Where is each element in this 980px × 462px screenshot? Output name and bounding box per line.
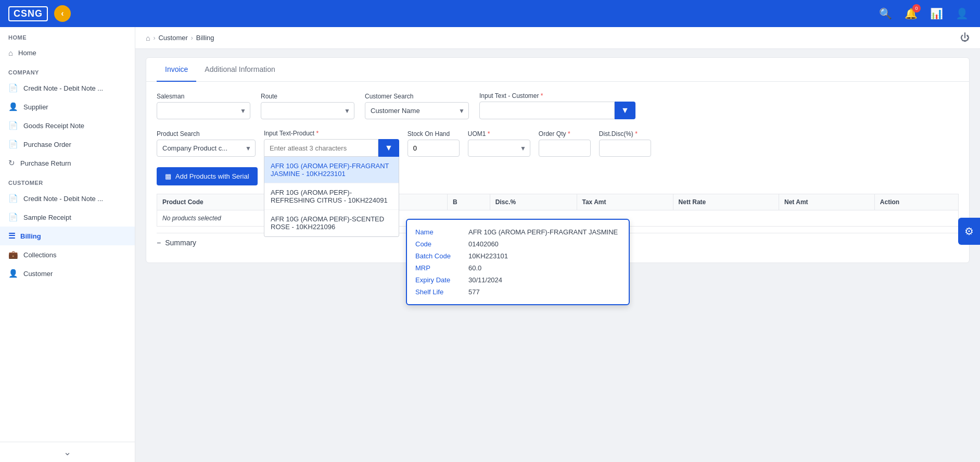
required-star-customer: * xyxy=(541,92,543,99)
person-icon-2: 👤 xyxy=(8,269,18,278)
tooltip-mrp-label: MRP xyxy=(415,264,462,272)
order-qty-label: Order Qty * xyxy=(539,130,591,138)
sidebar-toggle-button[interactable]: ‹ xyxy=(54,5,71,22)
salesman-select-wrap: ▼ xyxy=(157,102,250,119)
dist-disc-group: Dist.Disc(%) * xyxy=(599,130,651,157)
tooltip-expiry-value: 30/11/2024 xyxy=(468,276,502,284)
customer-search-select[interactable]: Customer Name xyxy=(365,102,469,119)
logo: CSNG xyxy=(8,6,48,21)
tooltip-name-row: Name AFR 10G (AROMA PERF)-FRAGRANT JASMI… xyxy=(415,228,620,236)
notification-icon[interactable]: 🔔 0 xyxy=(905,7,918,20)
uom1-group: UOM1 * ▼ xyxy=(468,130,530,157)
sidebar-item-sample-receipt[interactable]: 📄 Sample Receipt xyxy=(0,208,135,227)
summary-label: Summary xyxy=(165,239,196,247)
sidebar-section-company: COMPANY xyxy=(0,62,135,79)
uom1-select[interactable] xyxy=(468,140,530,157)
stock-on-hand-group: Stock On Hand xyxy=(408,130,460,157)
dist-disc-input[interactable] xyxy=(599,140,651,157)
dropdown-item-3[interactable]: AFR 10G (AROMA PERF)-SCENTED ROSE - 10KH… xyxy=(264,210,399,236)
uom1-label: UOM1 * xyxy=(468,130,530,138)
stock-on-hand-input[interactable] xyxy=(408,140,460,157)
salesman-group: Salesman ▼ xyxy=(157,93,250,119)
sidebar-section-home: HOME xyxy=(0,27,135,44)
route-group: Route ▼ xyxy=(261,93,354,119)
doc-icon-2: 📄 xyxy=(8,121,18,130)
tooltip-shelf-row: Shelf Life 577 xyxy=(415,288,620,296)
sidebar-credit-note-customer-label: Credit Note - Debit Note ... xyxy=(23,195,103,203)
product-input-with-btn: ▼ xyxy=(264,139,399,157)
col-tax-amt: Tax Amt xyxy=(577,194,673,210)
sidebar-item-collections[interactable]: 💼 Collections xyxy=(0,245,135,264)
customer-search-select-wrap: Customer Name ▼ xyxy=(365,102,469,119)
salesman-label: Salesman xyxy=(157,93,250,100)
tooltip-shelf-value: 577 xyxy=(468,288,480,296)
sidebar-item-billing[interactable]: ☰ Billing xyxy=(0,227,135,245)
sidebar-item-credit-note-company[interactable]: 📄 Credit Note - Debit Note ... xyxy=(0,79,135,97)
dist-disc-label: Dist.Disc(%) * xyxy=(599,130,651,138)
breadcrumb: ⌂ › Customer › Billing ⏻ xyxy=(135,27,980,49)
input-text-customer-field[interactable] xyxy=(479,102,615,119)
refresh-icon: ↻ xyxy=(8,158,15,168)
dropdown-item-2[interactable]: AFR 10G (AROMA PERF)-REFRESHING CITRUS -… xyxy=(264,183,399,210)
sidebar-item-home-label: Home xyxy=(18,49,36,57)
dropdown-item-1[interactable]: AFR 10G (AROMA PERF)-FRAGRANT JASMINE - … xyxy=(264,157,399,183)
settings-fab-button[interactable]: ⚙ xyxy=(958,218,980,245)
home-icon: ⌂ xyxy=(8,48,13,57)
sidebar-item-supplier[interactable]: 👤 Supplier xyxy=(0,97,135,116)
tooltip-batch-value: 10KH223101 xyxy=(468,252,508,260)
product-search-dropdown-button[interactable]: ▼ xyxy=(378,139,399,157)
stock-on-hand-label: Stock On Hand xyxy=(408,130,460,138)
input-text-product-group: Input Text-Product * ▼ AFR 10G (AROMA PE… xyxy=(264,130,399,157)
product-search-group: Product Search Company Product c... ▼ xyxy=(157,130,256,157)
sidebar-collapse-button[interactable]: ⌄ xyxy=(0,442,135,462)
col-net-amt: Net Amt xyxy=(779,194,875,210)
sidebar-item-customer[interactable]: 👤 Customer xyxy=(0,264,135,283)
user-icon[interactable]: 👤 xyxy=(956,7,969,20)
home-breadcrumb-icon[interactable]: ⌂ xyxy=(146,34,150,42)
salesman-select[interactable] xyxy=(157,102,250,119)
sidebar-credit-note-company-label: Credit Note - Debit Note ... xyxy=(23,84,103,92)
required-star-qty: * xyxy=(568,130,570,138)
analytics-icon[interactable]: 📊 xyxy=(930,7,943,20)
tooltip-expiry-label: Expiry Date xyxy=(415,276,462,284)
route-select[interactable] xyxy=(261,102,354,119)
tooltip-batch-row: Batch Code 10KH223101 xyxy=(415,252,620,260)
sidebar-item-credit-note-customer[interactable]: 📄 Credit Note - Debit Note ... xyxy=(0,189,135,208)
input-text-product-field[interactable] xyxy=(264,139,378,157)
order-qty-input[interactable] xyxy=(539,140,591,157)
product-tooltip-card: Name AFR 10G (AROMA PERF)-FRAGRANT JASMI… xyxy=(406,219,630,305)
input-text-customer-group: Input Text - Customer * ▼ xyxy=(479,92,635,119)
sidebar-sample-receipt-label: Sample Receipt xyxy=(23,214,71,221)
sidebar-item-goods-receipt[interactable]: 📄 Goods Receipt Note xyxy=(0,116,135,135)
search-nav-icon[interactable]: 🔍 xyxy=(879,7,892,20)
input-customer-search-button[interactable]: ▼ xyxy=(615,102,635,119)
sidebar-item-purchase-return[interactable]: ↻ Purchase Return xyxy=(0,154,135,172)
customer-search-group: Customer Search Customer Name ▼ xyxy=(365,93,469,119)
tab-additional-info[interactable]: Additional Information xyxy=(196,58,283,82)
product-dropdown-container: ▼ AFR 10G (AROMA PERF)-FRAGRANT JASMINE … xyxy=(264,139,399,157)
tab-bar: Invoice Additional Information xyxy=(146,58,969,82)
tooltip-code-row: Code 01402060 xyxy=(415,240,620,248)
power-icon[interactable]: ⏻ xyxy=(960,32,970,43)
input-customer-with-btn: ▼ xyxy=(479,102,635,119)
sidebar-section-customer: CUSTOMER xyxy=(0,172,135,189)
sidebar-item-home[interactable]: ⌂ Home xyxy=(0,44,135,62)
sidebar-item-purchase-order[interactable]: 📄 Purchase Order xyxy=(0,135,135,154)
customer-form-row: Salesman ▼ Route xyxy=(157,92,959,119)
doc-icon-1: 📄 xyxy=(8,83,18,93)
top-nav: CSNG ‹ 🔍 🔔 0 📊 👤 xyxy=(0,0,980,27)
list-icon: ☰ xyxy=(8,231,15,241)
col-action: Action xyxy=(874,194,958,210)
tooltip-mrp-value: 60.0 xyxy=(468,264,481,272)
product-search-select[interactable]: Company Product c... xyxy=(157,140,256,157)
required-star-product: * xyxy=(316,130,319,137)
tooltip-mrp-row: MRP 60.0 xyxy=(415,264,620,272)
tooltip-name-label: Name xyxy=(415,228,462,236)
doc-icon-4: 📄 xyxy=(8,194,18,203)
tab-invoice[interactable]: Invoice xyxy=(157,58,196,82)
briefcase-icon: 💼 xyxy=(8,250,18,259)
input-text-customer-label: Input Text - Customer * xyxy=(479,92,635,99)
add-products-serial-button[interactable]: ▩ Add Products with Serial xyxy=(157,167,258,185)
sidebar-collections-label: Collections xyxy=(23,251,57,259)
breadcrumb-customer[interactable]: Customer xyxy=(158,34,187,42)
